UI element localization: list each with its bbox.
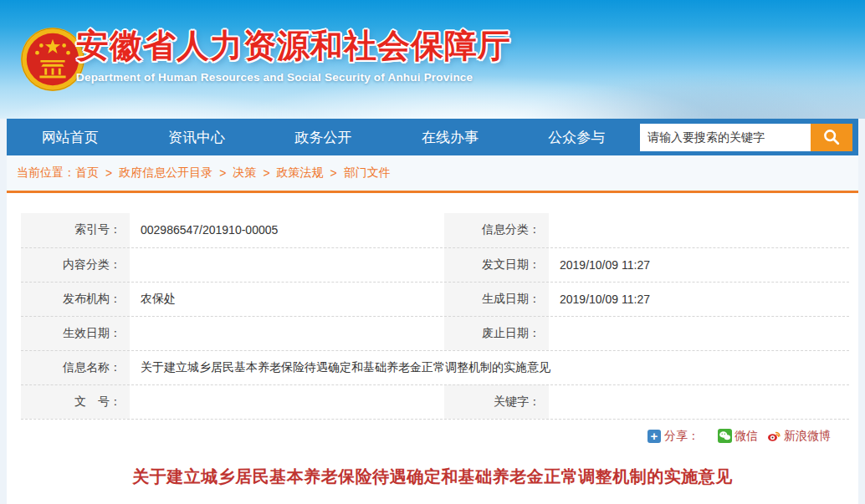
table-row: 索引号： 002986547/201910-00005 信息分类： — [21, 213, 849, 247]
nav-item-public-participation[interactable]: 公众参与 — [514, 119, 640, 155]
field-label-keywords: 关键字： — [443, 384, 550, 419]
breadcrumb-separator: > — [105, 166, 112, 180]
document-info-table: 索引号： 002986547/201910-00005 信息分类： 内容分类： … — [21, 213, 849, 420]
site-header: 安徽省人力资源和社会保障厅 Department of Human Resour… — [0, 0, 865, 119]
field-label-generation-date: 生成日期： — [443, 282, 550, 316]
share-wechat-link[interactable]: 微信 — [709, 429, 758, 444]
breadcrumb-item-decision[interactable]: 决策 — [233, 165, 256, 181]
breadcrumb-prefix: 当前位置： — [17, 165, 75, 181]
breadcrumb-separator: > — [263, 166, 269, 180]
field-label-content-category: 内容分类： — [21, 247, 131, 282]
field-label-document-number: 文 号： — [21, 384, 131, 419]
article-title: 关于建立城乡居民基本养老保险待遇确定和基础养老金正常调整机制的实施意见 — [7, 466, 858, 488]
main-nav: 网站首页 资讯中心 政务公开 在线办事 公众参与 — [7, 119, 858, 155]
nav-item-home[interactable]: 网站首页 — [7, 119, 133, 155]
breadcrumb-item-policy-regulations[interactable]: 政策法规 — [277, 165, 324, 181]
table-row: 信息名称： 关于建立城乡居民基本养老保险待遇确定和基础养老金正常调整机制的实施意… — [21, 350, 849, 384]
field-label-issue-date: 发文日期： — [443, 247, 550, 282]
search-bar — [640, 124, 852, 151]
table-row: 文 号： 关键字： — [21, 384, 849, 419]
breadcrumb-item-home[interactable]: 首页 — [75, 165, 99, 181]
field-value-info-category — [550, 213, 849, 247]
nav-item-gov-affairs[interactable]: 政务公开 — [260, 119, 386, 155]
field-label-info-name: 信息名称： — [21, 350, 131, 384]
breadcrumb-separator: > — [219, 166, 226, 180]
field-label-issuing-agency: 发布机构： — [21, 282, 131, 316]
search-input[interactable] — [640, 124, 811, 151]
breadcrumb: 当前位置： 首页 > 政府信息公开目录 > 决策 > 政策法规 > 部门文件 — [7, 155, 858, 193]
field-value-effective-date — [131, 316, 443, 350]
nav-item-online-services[interactable]: 在线办事 — [386, 119, 513, 155]
field-value-issuing-agency: 农保处 — [131, 282, 443, 316]
nav-item-news-center[interactable]: 资讯中心 — [133, 119, 259, 155]
field-value-abolition-date — [550, 316, 849, 350]
field-value-issue-date: 2019/10/09 11:27 — [550, 247, 849, 282]
share-row: 分享： 微信 — [7, 427, 858, 445]
field-label-index-number: 索引号： — [21, 213, 131, 247]
field-label-effective-date: 生效日期： — [21, 316, 131, 350]
share-label: 分享： — [664, 429, 699, 444]
field-label-abolition-date: 废止日期： — [443, 316, 550, 350]
field-value-index-number: 002986547/201910-00005 — [131, 213, 443, 247]
field-label-info-category: 信息分类： — [443, 213, 550, 247]
field-value-keywords — [550, 384, 849, 419]
field-value-document-number — [131, 384, 443, 419]
share-wechat-label: 微信 — [734, 429, 758, 444]
share-weibo-link[interactable]: 新浪微博 — [758, 429, 831, 444]
table-row: 生效日期： 废止日期： — [21, 316, 849, 350]
weibo-icon — [766, 429, 781, 443]
field-value-content-category — [131, 247, 443, 282]
search-icon — [822, 128, 841, 146]
breadcrumb-separator: > — [330, 166, 337, 180]
page: 安徽省人力资源和社会保障厅 Department of Human Resour… — [0, 0, 865, 504]
field-value-generation-date: 2019/10/09 11:27 — [550, 282, 849, 316]
content-area: 索引号： 002986547/201910-00005 信息分类： 内容分类： … — [7, 193, 858, 504]
breadcrumb-item-department-documents[interactable]: 部门文件 — [344, 165, 391, 181]
share-weibo-label: 新浪微博 — [784, 429, 831, 444]
site-subtitle: Department of Human Resources and Social… — [76, 71, 511, 84]
site-title: 安徽省人力资源和社会保障厅 — [76, 28, 511, 65]
breadcrumb-item-gov-info-catalog[interactable]: 政府信息公开目录 — [119, 165, 212, 181]
wechat-icon — [718, 429, 732, 443]
nav-items: 网站首页 资讯中心 政务公开 在线办事 公众参与 — [7, 119, 640, 155]
table-row: 发布机构： 农保处 生成日期： 2019/10/09 11:27 — [21, 282, 849, 316]
table-row: 内容分类： 发文日期： 2019/10/09 11:27 — [21, 247, 849, 282]
field-value-info-name: 关于建立城乡居民基本养老保险待遇确定和基础养老金正常调整机制的实施意见 — [131, 350, 849, 384]
share-plus-icon[interactable] — [647, 430, 661, 443]
search-button[interactable] — [811, 124, 852, 151]
header-titles: 安徽省人力资源和社会保障厅 Department of Human Resour… — [76, 28, 511, 84]
